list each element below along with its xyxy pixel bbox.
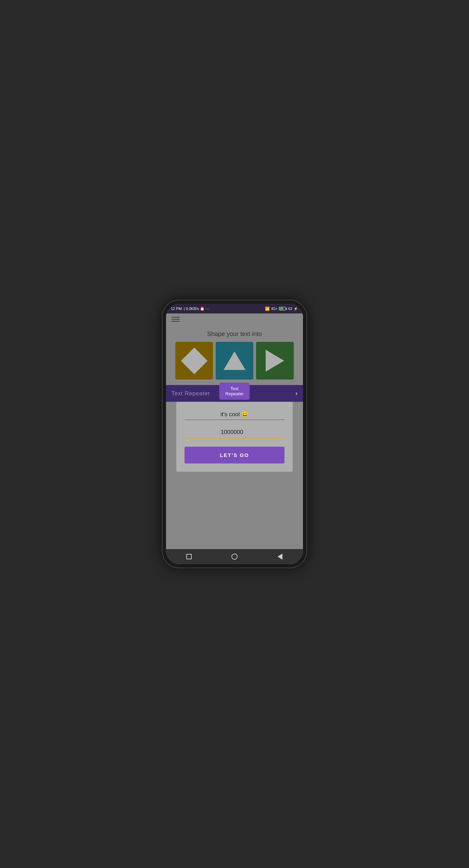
triangle-shape-icon (224, 351, 245, 370)
back-icon (278, 554, 282, 560)
nav-recent-apps[interactable] (184, 552, 194, 561)
recent-apps-icon (186, 554, 192, 559)
status-right: 📶 4G+ 63 ⚡ (265, 307, 298, 311)
hamburger-line-2 (172, 319, 180, 320)
text-input[interactable] (185, 409, 284, 420)
hamburger-line-3 (172, 321, 180, 322)
popup-tooltip-text: TextRepeater (225, 386, 243, 396)
status-network: | 0.0KB/s ⏰ ··· (184, 307, 209, 311)
phone-screen: 12 PM | 0.0KB/s ⏰ ··· 📶 4G+ 63 ⚡ (166, 304, 303, 564)
charging-icon: ⚡ (293, 307, 298, 311)
diamond-shape-icon (181, 347, 207, 374)
status-left: 12 PM | 0.0KB/s ⏰ ··· (171, 307, 209, 311)
nav-back[interactable] (275, 552, 285, 561)
wifi-icon: 📶 (265, 307, 270, 311)
hamburger-menu[interactable] (172, 317, 180, 322)
nav-bar (166, 549, 303, 564)
signal-icon: 4G+ (271, 307, 278, 311)
app-topbar (166, 313, 303, 325)
lets-go-button[interactable]: LET'S GO (185, 447, 284, 463)
hamburger-line-1 (172, 317, 180, 318)
popup-card: TextRepeater LET'S GO (176, 402, 293, 472)
repeater-banner-arrow: › (295, 390, 297, 397)
shape-card-triangle[interactable] (216, 342, 253, 380)
nav-home[interactable] (230, 552, 239, 561)
shape-cards (170, 342, 299, 380)
status-bar: 12 PM | 0.0KB/s ⏰ ··· 📶 4G+ 63 ⚡ (166, 304, 303, 313)
status-time: 12 PM (171, 307, 182, 311)
shape-card-diamond[interactable] (175, 342, 213, 380)
battery-percent: 63 (288, 307, 292, 311)
phone-frame: 12 PM | 0.0KB/s ⏰ ··· 📶 4G+ 63 ⚡ (163, 300, 306, 568)
app-main: Shape your text into Text Repeater (166, 325, 303, 549)
battery-icon (279, 307, 287, 310)
count-input[interactable] (185, 427, 284, 438)
shape-card-arrow[interactable] (256, 342, 294, 380)
shape-title: Shape your text into (207, 331, 262, 338)
app-content: Shape your text into Text Repeater (166, 313, 303, 564)
popup-tooltip: TextRepeater (219, 383, 250, 400)
repeater-banner-text: Text Repeater (172, 390, 210, 397)
arrow-shape-icon (266, 350, 284, 372)
home-icon (231, 554, 238, 560)
